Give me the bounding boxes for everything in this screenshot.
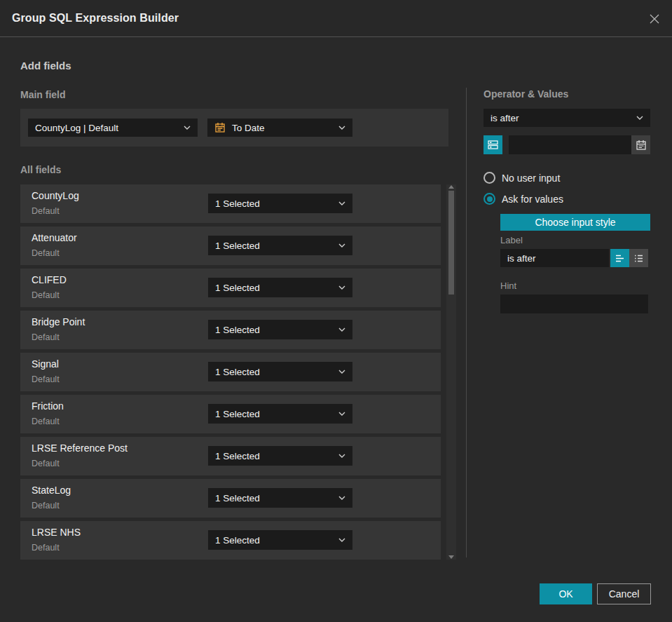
field-select[interactable]: 1 Selected bbox=[208, 194, 352, 213]
field-subtitle: Default bbox=[32, 417, 60, 426]
field-name: CLIFED bbox=[32, 274, 67, 285]
main-field-date-value: To Date bbox=[232, 123, 265, 133]
field-row: LRSE NHS Default 1 Selected bbox=[20, 521, 441, 560]
scrollbar-thumb[interactable] bbox=[448, 191, 454, 295]
field-name: LRSE Reference Post bbox=[32, 442, 128, 454]
radio-no-user-input[interactable]: No user input bbox=[484, 172, 560, 184]
field-subtitle: Default bbox=[32, 206, 60, 216]
field-row: CLIFED Default 1 Selected bbox=[20, 269, 441, 307]
field-name: LRSE NHS bbox=[32, 527, 81, 538]
field-subtitle: Default bbox=[32, 332, 60, 342]
field-select[interactable]: 1 Selected bbox=[208, 362, 352, 381]
label-caption: Label bbox=[500, 235, 523, 245]
chevron-down-icon bbox=[338, 496, 345, 500]
field-subtitle: Default bbox=[32, 459, 60, 468]
field-row: CountyLog Default 1 Selected bbox=[20, 184, 441, 223]
chevron-down-icon bbox=[338, 285, 345, 290]
radio-ask-for-values[interactable]: Ask for values bbox=[484, 193, 563, 205]
calendar-icon bbox=[214, 122, 226, 133]
add-fields-heading: Add fields bbox=[20, 60, 71, 72]
chevron-down-icon bbox=[338, 126, 345, 130]
chevron-down-icon bbox=[636, 116, 643, 120]
chevron-down-icon bbox=[338, 412, 345, 416]
all-fields-label: All fields bbox=[20, 164, 61, 175]
chevron-down-icon bbox=[338, 370, 345, 374]
chevron-down-icon bbox=[338, 454, 345, 458]
field-subtitle: Default bbox=[32, 374, 60, 384]
main-field-select-value: CountyLog | Default bbox=[35, 123, 118, 133]
field-row: Signal Default 1 Selected bbox=[20, 353, 441, 391]
main-field-label: Main field bbox=[20, 89, 66, 100]
value-input[interactable] bbox=[509, 135, 631, 154]
scrollbar[interactable] bbox=[446, 184, 456, 560]
close-icon[interactable] bbox=[647, 12, 661, 26]
radio-label: No user input bbox=[502, 173, 560, 184]
field-subtitle: Default bbox=[32, 543, 60, 553]
field-subtitle: Default bbox=[32, 248, 60, 258]
field-select[interactable]: 1 Selected bbox=[208, 404, 352, 424]
vertical-divider bbox=[466, 88, 467, 557]
main-field-row: CountyLog | Default To Date bbox=[20, 109, 448, 147]
field-name: StateLog bbox=[32, 485, 71, 496]
scrollbar-down-arrow[interactable] bbox=[448, 555, 454, 559]
chevron-down-icon bbox=[338, 243, 345, 248]
field-row: LRSE Reference Post Default 1 Selected bbox=[20, 437, 441, 475]
field-subtitle: Default bbox=[32, 501, 60, 511]
operator-values-heading: Operator & Values bbox=[484, 88, 568, 100]
chevron-down-icon bbox=[338, 327, 345, 332]
align-left-icon-button[interactable] bbox=[610, 249, 629, 267]
hint-caption: Hint bbox=[500, 280, 516, 291]
field-select-value: 1 Selected bbox=[215, 198, 260, 209]
all-fields-list: CountyLog Default 1 Selected Attenuator … bbox=[20, 184, 441, 563]
cancel-button[interactable]: Cancel bbox=[597, 583, 651, 604]
field-subtitle: Default bbox=[32, 290, 60, 300]
input-style-icon-button[interactable] bbox=[484, 135, 502, 154]
scrollbar-up-arrow[interactable] bbox=[448, 185, 454, 189]
field-select-value: 1 Selected bbox=[215, 283, 260, 293]
radio-circle-selected[interactable] bbox=[484, 193, 495, 205]
operator-select[interactable]: is after bbox=[484, 109, 650, 127]
dialog-titlebar: Group SQL Expression Builder bbox=[0, 0, 672, 37]
field-row: StateLog Default 1 Selected bbox=[20, 479, 441, 518]
field-select[interactable]: 1 Selected bbox=[208, 488, 352, 508]
chevron-down-icon bbox=[338, 538, 345, 542]
operator-select-value: is after bbox=[491, 113, 519, 123]
field-name: Friction bbox=[32, 400, 64, 412]
label-style-toggle bbox=[610, 249, 648, 267]
field-select-value: 1 Selected bbox=[215, 367, 260, 377]
dialog-title: Group SQL Expression Builder bbox=[12, 12, 179, 25]
list-icon-button[interactable] bbox=[629, 249, 648, 267]
field-select[interactable]: 1 Selected bbox=[208, 530, 352, 550]
field-select[interactable]: 1 Selected bbox=[208, 278, 352, 297]
field-select[interactable]: 1 Selected bbox=[208, 236, 352, 255]
field-name: Signal bbox=[32, 358, 59, 370]
ok-button[interactable]: OK bbox=[540, 583, 592, 604]
field-select-value: 1 Selected bbox=[215, 325, 260, 335]
chevron-down-icon bbox=[184, 126, 191, 130]
field-name: Bridge Point bbox=[32, 316, 85, 327]
choose-input-style-button[interactable]: Choose input style bbox=[500, 214, 650, 231]
field-name: CountyLog bbox=[32, 190, 79, 201]
field-select-value: 1 Selected bbox=[215, 241, 260, 251]
field-row: Bridge Point Default 1 Selected bbox=[20, 311, 441, 349]
field-name: Attenuator bbox=[32, 232, 77, 243]
main-field-select[interactable]: CountyLog | Default bbox=[28, 119, 198, 137]
chevron-down-icon bbox=[338, 201, 345, 205]
main-field-date-select[interactable]: To Date bbox=[207, 119, 352, 137]
calendar-button[interactable] bbox=[631, 135, 650, 154]
field-select-value: 1 Selected bbox=[215, 493, 260, 503]
radio-label: Ask for values bbox=[502, 194, 563, 205]
field-select-value: 1 Selected bbox=[215, 535, 260, 546]
field-select-value: 1 Selected bbox=[215, 409, 260, 419]
field-row: Attenuator Default 1 Selected bbox=[20, 227, 441, 265]
radio-circle[interactable] bbox=[484, 172, 495, 184]
field-select[interactable]: 1 Selected bbox=[208, 446, 352, 466]
field-select-value: 1 Selected bbox=[215, 451, 260, 461]
field-row: Friction Default 1 Selected bbox=[20, 395, 441, 433]
label-input[interactable] bbox=[500, 249, 609, 267]
hint-input[interactable] bbox=[500, 295, 648, 313]
field-select[interactable]: 1 Selected bbox=[208, 320, 352, 339]
